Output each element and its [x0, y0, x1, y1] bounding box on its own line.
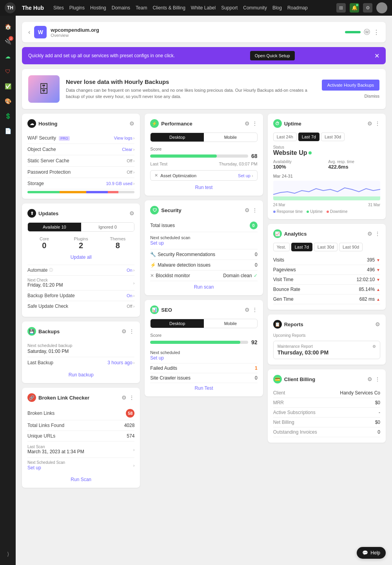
gen-time-value: 682 ms ▲: [359, 296, 380, 302]
run-scan-link[interactable]: Run Scan: [27, 477, 134, 482]
banner-close-icon[interactable]: ✕: [374, 52, 379, 60]
nav-clients-billing[interactable]: Clients & Billing: [152, 5, 185, 11]
nav-domains[interactable]: Domains: [112, 5, 130, 11]
uptime-gear-icon[interactable]: ⚙: [367, 120, 372, 127]
sidebar-item-palette[interactable]: 🎨: [2, 95, 14, 107]
uptime-more-icon[interactable]: ⋮: [375, 120, 380, 127]
nav-support[interactable]: Support: [221, 5, 238, 11]
seo-tab-mobile[interactable]: Mobile: [204, 319, 257, 328]
site-header: ‹ W wpcompendium.org Overview ⓦ ⋮: [22, 22, 386, 42]
reports-gear-icon[interactable]: ⚙: [375, 321, 380, 327]
security-more-icon[interactable]: ⋮: [252, 207, 258, 213]
billing-more-icon[interactable]: ⋮: [375, 376, 380, 382]
help-button[interactable]: 💬 Help: [357, 547, 386, 559]
sidebar-item-dollar[interactable]: 💲: [2, 110, 14, 122]
next-scan-chevron[interactable]: ›: [133, 463, 135, 468]
more-icon[interactable]: ⋮: [373, 29, 379, 36]
activate-backups-button[interactable]: Activate Hourly Backups: [322, 80, 379, 91]
hosting-gear-icon[interactable]: ⚙: [129, 120, 134, 127]
nav-sites[interactable]: Sites: [53, 5, 64, 11]
security-setup-link[interactable]: Set up: [150, 240, 164, 246]
sidebar-collapse-icon[interactable]: ⟩: [2, 548, 14, 560]
blc-gear-icon[interactable]: ⚙: [122, 394, 127, 401]
nav-community[interactable]: Community: [243, 5, 267, 11]
analytics-tab-30d[interactable]: Last 30d: [314, 243, 338, 251]
seo-run-test-link[interactable]: Run Test: [150, 385, 257, 391]
uptime-card-header: ⏱ Uptime ⚙ ⋮: [273, 119, 380, 128]
seo-gear-icon[interactable]: ⚙: [245, 307, 250, 313]
sidebar-item-doc[interactable]: 📄: [2, 125, 14, 137]
seo-more-icon[interactable]: ⋮: [252, 307, 258, 313]
nav-plugins[interactable]: Plugins: [69, 5, 85, 11]
hosting-icon: ☁: [27, 119, 36, 128]
nav-team[interactable]: Team: [136, 5, 147, 11]
automate-value[interactable]: On ›: [127, 268, 134, 273]
user-avatar[interactable]: [376, 2, 387, 13]
billing-gear-icon[interactable]: ⚙: [367, 376, 372, 382]
update-all-link[interactable]: Update all: [27, 254, 134, 260]
nav-white-label[interactable]: White Label: [191, 5, 216, 11]
analytics-tab-yest[interactable]: Yest.: [273, 243, 290, 251]
gear-icon[interactable]: ⚙: [363, 3, 372, 13]
dismiss-button[interactable]: Dismiss: [365, 94, 380, 98]
bell-icon[interactable]: 🔔: [350, 3, 359, 13]
wp-icon[interactable]: ⓦ: [364, 28, 370, 36]
updates-gear-icon[interactable]: ⚙: [129, 210, 134, 216]
sidebar-item-home[interactable]: 🏠: [2, 20, 14, 33]
analytics-more-icon[interactable]: ⋮: [375, 231, 380, 237]
seo-card-header: 📊 SEO ⚙ ⋮: [150, 305, 257, 314]
run-scan-link[interactable]: Run scan: [150, 284, 257, 290]
visits-value: 395 ▼: [367, 257, 380, 263]
open-quick-setup-button[interactable]: Open Quick Setup: [250, 51, 295, 60]
reports-card-header: 📋 Reports ⚙: [273, 320, 380, 329]
report-gear-icon[interactable]: ⚙: [372, 344, 376, 349]
analytics-gear-icon[interactable]: ⚙: [367, 231, 372, 237]
sidebar-item-cloud[interactable]: ☁: [2, 50, 14, 63]
back-button[interactable]: ‹: [28, 29, 30, 36]
nav-blog[interactable]: Blog: [272, 5, 282, 11]
grid-icon[interactable]: ⊞: [336, 3, 346, 13]
failed-audits-count: 1: [255, 365, 258, 371]
sidebar-item-shield[interactable]: 🛡: [2, 65, 14, 78]
analytics-tab-7d[interactable]: Last 7d: [291, 243, 312, 251]
safe-update-value[interactable]: Off ›: [127, 304, 134, 309]
report-date: Thursday, 03:00 PM: [278, 349, 376, 356]
seo-icon: 📊: [150, 305, 159, 314]
backup-before-value[interactable]: On ›: [127, 293, 134, 298]
sidebar-item-check[interactable]: ✅: [2, 80, 14, 93]
seo-tab-desktop[interactable]: Desktop: [151, 319, 204, 328]
security-gear-icon[interactable]: ⚙: [245, 207, 250, 213]
last-scan-chevron[interactable]: ›: [133, 447, 135, 452]
backups-gear-icon[interactable]: ⚙: [122, 328, 127, 334]
uptime-tab-24h[interactable]: Last 24h: [273, 133, 297, 141]
uptime-tab-7d[interactable]: Last 7d: [298, 133, 319, 141]
last-backup-value[interactable]: 3 hours ago ›: [107, 360, 134, 365]
performance-gear-icon[interactable]: ⚙: [245, 120, 250, 127]
sidebar-item-plugins[interactable]: 🔌 2: [2, 35, 14, 48]
password-protection-row: Password Protection Off ›: [27, 167, 134, 178]
blc-icon: 🔗: [27, 393, 36, 402]
performance-more-icon[interactable]: ⋮: [252, 120, 258, 127]
next-check-chevron[interactable]: ›: [133, 281, 135, 285]
next-scan-setup-link[interactable]: Set up: [27, 465, 41, 471]
nav-roadmap[interactable]: Roadmap: [287, 5, 308, 11]
view-logs-link[interactable]: View logs ›: [114, 136, 135, 140]
blc-more-icon[interactable]: ⋮: [129, 394, 134, 401]
perf-tab-mobile[interactable]: Mobile: [204, 133, 257, 142]
uptime-tabs: Last 24h Last 7d Last 30d: [273, 133, 380, 141]
clear-cache-link[interactable]: Clear ›: [122, 147, 134, 152]
perf-tab-desktop[interactable]: Desktop: [151, 133, 204, 142]
nav-hosting[interactable]: Hosting: [90, 5, 106, 11]
total-links-row: Total Links Found 4028: [27, 420, 134, 431]
run-backup-link[interactable]: Run backup: [27, 372, 134, 378]
updates-tab-available[interactable]: Available 10: [28, 223, 81, 231]
total-issues-row: Total issues 0: [150, 219, 257, 232]
backups-more-icon[interactable]: ⋮: [129, 328, 134, 334]
seo-setup-link[interactable]: Set up: [150, 355, 164, 361]
updates-tab-ignored[interactable]: Ignored 0: [81, 223, 134, 231]
asset-setup-link[interactable]: Set up ›: [238, 173, 253, 178]
analytics-tab-90d[interactable]: Last 90d: [339, 243, 363, 251]
backup-before-update-row: Backup Before Update On ›: [27, 290, 134, 301]
run-test-link[interactable]: Run test: [150, 185, 257, 190]
uptime-tab-30d[interactable]: Last 30d: [321, 133, 345, 141]
